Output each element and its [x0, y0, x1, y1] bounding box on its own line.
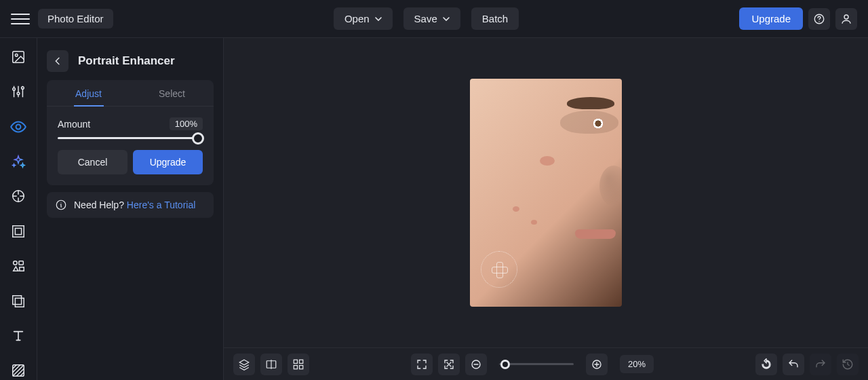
amount-slider[interactable] [58, 137, 203, 139]
rail-sticker-icon[interactable] [9, 187, 28, 206]
amount-label: Amount [58, 119, 90, 130]
svg-rect-13 [19, 261, 23, 265]
svg-rect-3 [13, 51, 24, 62]
svg-point-5 [13, 88, 16, 91]
zoom-in-button[interactable] [586, 354, 608, 375]
svg-point-12 [14, 261, 18, 265]
save-button[interactable]: Save [403, 7, 460, 30]
rail-shapes-icon[interactable] [9, 256, 28, 275]
svg-point-8 [16, 124, 21, 129]
account-button[interactable] [835, 8, 857, 30]
batch-button-label: Batch [482, 13, 508, 24]
help-button[interactable] [808, 8, 830, 30]
help-prefix: Need Help? [74, 200, 127, 210]
fullscreen-button[interactable] [411, 354, 433, 375]
help-card: Need Help? Here's a Tutorial [47, 192, 214, 218]
canvas-image[interactable] [470, 79, 622, 307]
zoom-percent[interactable]: 20% [620, 355, 654, 373]
hamburger-menu-button[interactable] [11, 10, 30, 28]
rail-text-icon[interactable] [9, 326, 28, 345]
plus-watermark-icon [481, 251, 517, 288]
rail-overlay-icon[interactable] [9, 292, 28, 310]
chevron-down-icon [375, 17, 382, 21]
fit-button[interactable] [438, 354, 460, 375]
topbar: Photo Editor Open Save Batch Upgrade [0, 0, 868, 38]
svg-point-6 [17, 92, 20, 95]
save-button-label: Save [414, 13, 437, 24]
reset-button[interactable] [755, 354, 777, 375]
canvas-area: 20% [224, 38, 868, 380]
open-button-label: Open [344, 13, 370, 24]
tab-select[interactable]: Select [130, 80, 214, 106]
panel-back-button[interactable] [47, 50, 68, 72]
panel-title: Portrait Enhancer [78, 54, 175, 68]
upgrade-button[interactable]: Upgrade [739, 7, 803, 30]
svg-rect-15 [15, 298, 24, 307]
svg-rect-20 [300, 360, 303, 363]
panel-card: Adjust Select Amount 100% Cancel Upgrade [47, 80, 214, 185]
rail-adjust-icon[interactable] [9, 82, 28, 100]
rail-frame-icon[interactable] [9, 222, 28, 240]
history-button[interactable] [837, 354, 859, 375]
cancel-button[interactable]: Cancel [58, 150, 127, 174]
rail-eye-icon[interactable] [9, 117, 28, 136]
svg-rect-22 [300, 365, 303, 368]
zoom-slider-thumb[interactable] [500, 360, 510, 369]
chevron-down-icon [443, 17, 450, 21]
rail-sparkle-icon[interactable] [9, 152, 28, 170]
rail-image-icon[interactable] [9, 48, 28, 66]
info-icon [55, 199, 67, 211]
panel: Portrait Enhancer Adjust Select Amount 1… [37, 38, 224, 380]
svg-rect-14 [13, 295, 22, 304]
amount-value[interactable]: 100% [170, 117, 203, 130]
app-title[interactable]: Photo Editor [38, 9, 113, 28]
bottombar: 20% [224, 347, 868, 380]
svg-rect-19 [294, 360, 297, 363]
svg-rect-10 [13, 225, 24, 237]
batch-button[interactable]: Batch [471, 7, 519, 30]
undo-button[interactable] [783, 354, 804, 375]
help-tutorial-link[interactable]: Here's a Tutorial [127, 200, 196, 210]
compare-button[interactable] [260, 354, 282, 375]
rail-texture-icon[interactable] [9, 362, 28, 380]
panel-upgrade-button[interactable]: Upgrade [133, 150, 203, 174]
amount-slider-thumb[interactable] [192, 132, 204, 145]
tab-adjust[interactable]: Adjust [47, 80, 130, 106]
tool-rail [0, 38, 37, 380]
help-text: Need Help? Here's a Tutorial [74, 200, 195, 210]
zoom-out-button[interactable] [465, 354, 487, 375]
grid-button[interactable] [288, 354, 309, 375]
svg-point-1 [818, 21, 819, 22]
zoom-slider[interactable] [499, 363, 574, 365]
open-button[interactable]: Open [334, 7, 393, 30]
svg-point-2 [844, 15, 848, 19]
svg-point-7 [22, 87, 24, 90]
svg-rect-21 [294, 365, 297, 368]
svg-point-4 [15, 54, 18, 56]
redo-button[interactable] [810, 354, 831, 375]
svg-rect-11 [15, 228, 21, 234]
layers-button[interactable] [233, 354, 255, 375]
